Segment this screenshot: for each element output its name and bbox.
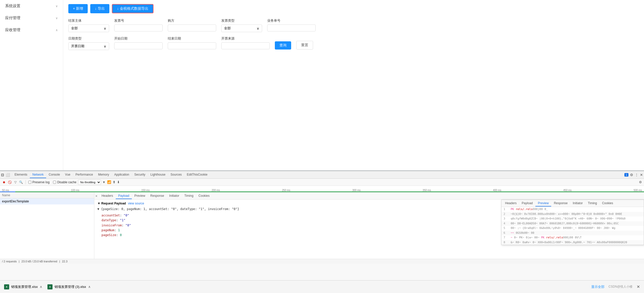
invoice-source-input[interactable] xyxy=(221,42,270,49)
download-icon[interactable]: ⬇ xyxy=(117,180,120,184)
popup-tab-headers[interactable]: Headers xyxy=(503,200,519,206)
detail-tab-initiator[interactable]: Initiator xyxy=(167,193,182,199)
excel-icon: X xyxy=(4,284,9,289)
wifi-icon[interactable]: 📶 xyxy=(107,180,111,184)
show-all-button[interactable]: 显示全部 xyxy=(591,285,604,289)
line-content: ~~ 0GS0b00~ 00 xyxy=(511,231,534,235)
preserve-log-option[interactable]: Preserve log xyxy=(28,180,49,184)
sidebar-item-payable[interactable]: 应付管理 ∨ xyxy=(0,12,63,24)
start-date-input[interactable] xyxy=(114,42,163,49)
settings-icon[interactable]: ⚙ xyxy=(630,173,633,177)
date-type-select[interactable]: 开票日期 ∨ xyxy=(68,42,109,50)
network-detail-panel: × Headers Payload Preview Response Initi… xyxy=(94,192,644,259)
tab-vue[interactable]: Vue xyxy=(62,172,73,178)
reset-button[interactable]: 重置 xyxy=(296,41,313,50)
tab-security[interactable]: Security xyxy=(132,172,148,178)
line-number: 1 xyxy=(504,207,509,212)
end-date-input[interactable] xyxy=(168,42,216,49)
throttle-arrow-icon[interactable]: ▼ xyxy=(102,180,106,184)
tab-performance[interactable]: Performance xyxy=(73,172,96,178)
devtools-inspect-icon[interactable]: ⊡ xyxy=(1,173,4,177)
detail-tab-cookies[interactable]: Cookies xyxy=(196,193,212,199)
popup-tab-cookies[interactable]: Cookies xyxy=(599,200,615,206)
disable-cache-label: Disable cache xyxy=(57,180,76,184)
popup-tab-preview[interactable]: Preview xyxy=(535,200,551,206)
more-options-icon[interactable]: ⋮ xyxy=(635,173,638,177)
devtools-responsive-icon[interactable]: ⬜ xyxy=(6,173,10,177)
invoice-type-select[interactable]: 全部 ∨ xyxy=(221,25,262,32)
download-item-2: X 销项发票管理 (3).xlsx ∧ xyxy=(47,284,91,289)
search-button[interactable]: 查询 xyxy=(275,41,291,50)
close-download-button[interactable]: ✕ xyxy=(637,284,640,289)
popup-tab-initiator[interactable]: Initiator xyxy=(570,200,585,206)
filter-date-type: 日期类型 开票日期 ∨ xyxy=(68,36,109,50)
detail-tab-preview[interactable]: Preview xyxy=(132,193,148,199)
chevron-down-icon: ∨ xyxy=(104,44,106,48)
preview-line: 7 ~ 0~ PK~ 0|w~ 00~ PK rels/.rels000j00 … xyxy=(501,235,644,240)
buyer-input[interactable] xyxy=(168,25,216,31)
preserve-log-checkbox[interactable] xyxy=(28,181,31,184)
start-date-label: 开始日期 xyxy=(114,36,163,41)
network-status-bar: / 2 requests | 23.0 kB / 23.0 kB transfe… xyxy=(0,259,644,264)
popup-tab-timing[interactable]: Timing xyxy=(585,200,600,206)
search-button[interactable]: 🔍 xyxy=(19,180,23,184)
add-button[interactable]: + 新增 xyxy=(68,4,88,13)
chevron-up-icon: ∧ xyxy=(88,285,91,289)
filter-button[interactable]: ▽ xyxy=(13,180,17,184)
line-number: 4 xyxy=(504,222,509,226)
view-source-link[interactable]: view source xyxy=(128,202,144,205)
export-button[interactable]: ↓ 导出 xyxy=(90,4,109,13)
sidebar-item-receivable[interactable]: 应收管理 ∧ xyxy=(0,24,63,36)
network-list-item[interactable]: exportElecTemplate xyxy=(0,198,94,204)
gold-export-button[interactable]: ↓ 金税格式数据导出 xyxy=(112,4,153,13)
invoice-type-value: 全部 xyxy=(224,26,231,31)
tab-lighthouse[interactable]: Lighthouse xyxy=(148,172,168,178)
chevron-down-icon: ∨ xyxy=(56,4,58,8)
settlement-select[interactable]: 全部 ∨ xyxy=(68,25,109,32)
detail-tab-timing[interactable]: Timing xyxy=(182,193,196,199)
sidebar-item-label: 应收管理 xyxy=(5,28,20,32)
detail-tab-response[interactable]: Response xyxy=(148,193,167,199)
top-buttons: + 新增 ↓ 导出 ↓ 金税格式数据导出 xyxy=(68,4,639,13)
timeline-bar: 50 ms 100 ms 150 ms 200 ms 250 ms 300 ms… xyxy=(0,186,644,192)
request-name: exportElecTemplate xyxy=(2,200,29,203)
tab-editthiscookie[interactable]: EditThisCookie xyxy=(184,172,210,178)
buyer-label: 购方 xyxy=(168,18,216,23)
field-key: dateType xyxy=(101,218,116,222)
tab-elements[interactable]: Elements xyxy=(12,172,30,178)
devtools-right-icons: 1 ⚙ ⋮ ✕ xyxy=(624,173,643,177)
tab-sources[interactable]: Sources xyxy=(168,172,184,178)
close-detail-button[interactable]: × xyxy=(95,194,97,198)
record-button[interactable]: ⏺ xyxy=(2,180,6,184)
tab-console[interactable]: Console xyxy=(46,172,62,178)
line-content: 00~ ;~ {0ra0q0l~ 0&0e00L!y0%0~ 04900~_~ … xyxy=(511,226,615,230)
sidebar-item-system[interactable]: 系统设置 ∨ xyxy=(0,0,63,12)
tab-application[interactable]: Application xyxy=(112,172,132,178)
tab-network[interactable]: Network xyxy=(30,172,46,178)
console-badge: 1 xyxy=(624,173,628,177)
business-no-input[interactable] xyxy=(267,25,316,31)
disable-cache-checkbox[interactable] xyxy=(53,181,56,184)
tab-memory[interactable]: Memory xyxy=(96,172,112,178)
filter-end-date: 结束日期 xyxy=(168,36,216,49)
detail-tab-payload[interactable]: Payload xyxy=(116,193,132,199)
filter-buyer: 购方 xyxy=(168,18,216,31)
network-content: Name exportElecTemplate × Headers Payloa… xyxy=(0,192,644,259)
chevron-up-icon: ∧ xyxy=(56,28,58,32)
upload-icon[interactable]: ⬆ xyxy=(113,180,115,184)
popup-tab-response[interactable]: Response xyxy=(551,200,570,206)
disable-cache-option[interactable]: Disable cache xyxy=(53,180,76,184)
timeline-blue-bar xyxy=(0,191,15,192)
field-value: 1 xyxy=(118,228,120,232)
transferred-size: 23.0 kB / 23.0 kB transferred xyxy=(21,260,57,263)
filter-row-2: 日期类型 开票日期 ∨ 开始日期 结束日期 开票来源 xyxy=(68,36,639,50)
detail-tab-headers[interactable]: Headers xyxy=(99,193,115,199)
invoice-no-input[interactable] xyxy=(114,25,163,31)
settings-icon[interactable]: ⚙ xyxy=(639,180,642,184)
settlement-label: 结算主体 xyxy=(68,18,109,23)
popup-tab-payload[interactable]: Payload xyxy=(519,200,535,206)
throttle-select[interactable]: No throttling xyxy=(78,180,101,185)
filter-invoice-type: 发票类型 全部 ∨ xyxy=(221,18,262,32)
stop-button[interactable]: 🚫 xyxy=(8,180,12,184)
close-devtools-icon[interactable]: ✕ xyxy=(640,173,643,177)
